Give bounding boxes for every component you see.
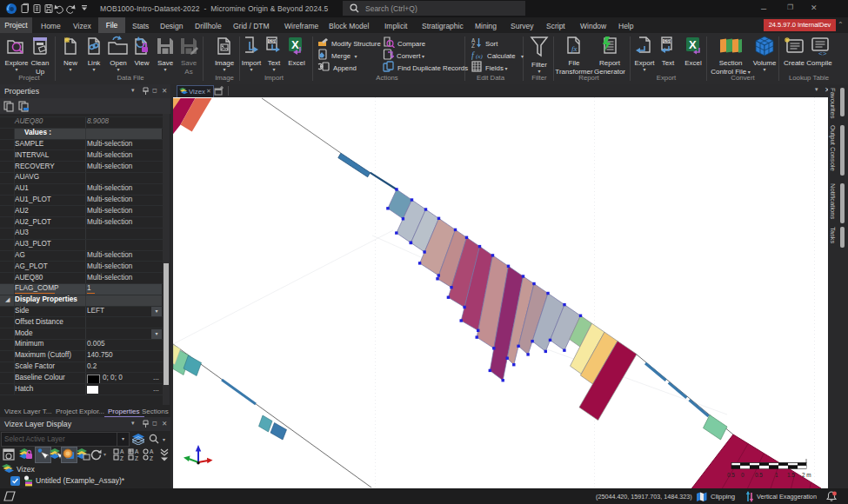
svg-text:<>: <> — [818, 50, 827, 57]
svg-text:0.5: 0.5 — [727, 472, 735, 478]
svg-text:Z: Z — [150, 455, 153, 461]
svg-text:Z: Z — [135, 455, 138, 461]
svg-text:X: X — [689, 38, 697, 51]
svg-text:A: A — [135, 448, 139, 454]
svg-text:1.5: 1.5 — [787, 472, 795, 478]
svg-text:Z: Z — [120, 455, 124, 461]
svg-text:Z: Z — [471, 43, 475, 48]
svg-text:0.5: 0.5 — [755, 472, 763, 478]
svg-text:f: f — [471, 50, 475, 60]
svg-text:0: 0 — [741, 472, 745, 478]
svg-text:(x): (x) — [476, 53, 483, 60]
svg-text:2 m: 2 m — [802, 472, 811, 478]
svg-text:1: 1 — [775, 472, 778, 478]
svg-text:X: X — [291, 38, 299, 51]
svg-text:A: A — [150, 448, 154, 454]
svg-text:A: A — [120, 448, 124, 454]
svg-text:fx: fx — [571, 44, 578, 53]
